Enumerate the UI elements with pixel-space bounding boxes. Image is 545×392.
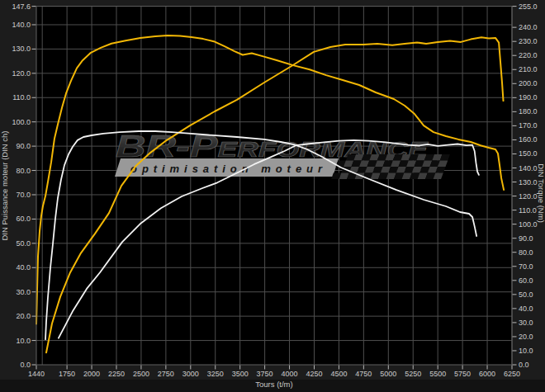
x-tick-label: 3750: [257, 370, 273, 378]
right-tick-label: 30.0: [519, 319, 533, 327]
left-tick-label: 10.0: [16, 337, 31, 345]
x-tick-label: 5500: [429, 370, 446, 378]
right-tick-label: 240.0: [519, 23, 538, 31]
right-axis-title: DIN Torque (Nm): [537, 163, 545, 223]
x-tick-label: 2250: [108, 370, 125, 378]
x-tick-label: 6250: [504, 370, 520, 378]
x-tick-label: 5000: [380, 370, 396, 378]
x-tick-label: 1750: [59, 370, 75, 378]
left-tick-label: 70.0: [16, 191, 31, 199]
right-tick-label: 100.0: [519, 220, 538, 229]
checkered-flag: [331, 154, 450, 179]
x-tick-label: 4250: [306, 370, 322, 378]
left-tick-label: 80.0: [16, 167, 31, 175]
left-tick-label: 130.0: [12, 45, 31, 53]
x-tick-label: 2500: [133, 370, 149, 378]
left-tick-label: 50.0: [16, 239, 31, 248]
dyno-chart-svg: BR-Performance optimisation moteur DIN P…: [0, 0, 545, 392]
right-tick-label: 20.0: [519, 333, 533, 341]
x-tick-label: 6000: [479, 370, 495, 378]
right-tick-label: 130.0: [519, 178, 538, 187]
left-axis-max-label: 147.6: [12, 2, 31, 11]
left-tick-label: 40.0: [16, 263, 31, 272]
right-tick-label: 210.0: [519, 65, 538, 73]
right-tick-label: 80.0: [519, 248, 533, 257]
left-tick-label: 110.0: [12, 93, 31, 102]
left-tick-label: 140.0: [12, 21, 31, 29]
right-tick-label: 190.0: [519, 93, 538, 102]
right-tick-label: 150.0: [519, 149, 538, 158]
right-tick-label: 200.0: [519, 79, 538, 87]
left-axis-title: DIN Puissance moteur (DIN ch): [0, 130, 9, 240]
x-tick-label: 2000: [83, 370, 100, 378]
x-tick-label: 3000: [182, 370, 199, 378]
x-tick-label: 5750: [454, 370, 471, 378]
right-tick-label: 70.0: [519, 262, 533, 271]
right-tick-label: 170.0: [519, 121, 538, 130]
dyno-chart: BR-Performance optimisation moteur DIN P…: [0, 0, 545, 392]
x-tick-label: 1440: [28, 370, 45, 378]
x-tick-label: 4000: [282, 370, 298, 378]
right-axis-max-label: 255.0: [519, 2, 538, 11]
x-tick-label: 3250: [207, 370, 224, 378]
left-tick-label: 100.0: [12, 118, 31, 126]
x-tick-label: 4500: [330, 370, 347, 378]
left-tick-label: 90.0: [16, 142, 31, 150]
x-tick-label: 3500: [232, 370, 249, 378]
right-tick-label: 40.0: [519, 305, 533, 313]
right-tick-label: 180.0: [519, 107, 538, 116]
right-tick-label: 10.0: [519, 347, 533, 355]
x-axis-title: Tours (t/m): [255, 380, 292, 389]
x-tick-label: 2750: [158, 370, 174, 378]
watermark: BR-Performance optimisation moteur: [115, 130, 450, 179]
right-tick-label: 90.0: [519, 234, 533, 243]
left-tick-label: 20.0: [16, 312, 31, 320]
right-tick-label: 140.0: [519, 164, 538, 172]
x-tick-label: 4750: [355, 370, 372, 378]
right-tick-label: 120.0: [519, 192, 538, 201]
right-tick-label: 0.0: [519, 361, 529, 369]
left-tick-label: 30.0: [16, 288, 31, 296]
left-tick-label: 120.0: [12, 69, 31, 78]
right-tick-label: 60.0: [519, 276, 533, 285]
right-tick-label: 50.0: [519, 290, 533, 299]
right-tick-label: 110.0: [519, 206, 537, 215]
left-tick-label: 0.0: [20, 361, 31, 369]
x-tick-label: 5250: [405, 370, 421, 378]
left-tick-label: 60.0: [16, 215, 31, 223]
right-tick-label: 160.0: [519, 135, 538, 144]
right-tick-label: 220.0: [519, 51, 538, 59]
right-tick-label: 230.0: [519, 37, 538, 45]
